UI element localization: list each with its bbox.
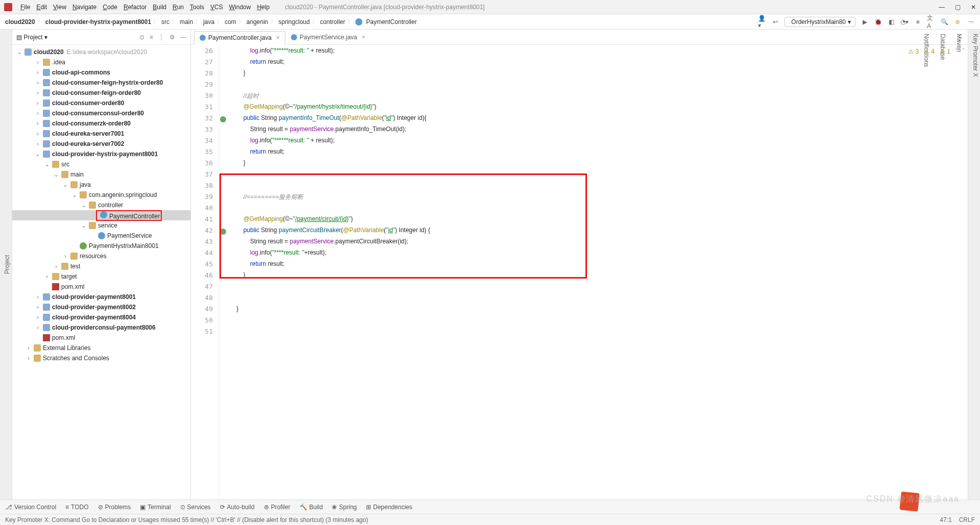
menu-build[interactable]: Build: [150, 3, 169, 12]
menu-edit[interactable]: Edit: [33, 3, 50, 12]
tree-node[interactable]: ›cloud-consumerzk-order80: [12, 118, 190, 129]
project-panel-header: ▤ Project ▾ ⊙ ≡ ⋮ ⚙ —: [12, 30, 190, 45]
tool-todo[interactable]: ≡ TODO: [65, 504, 88, 511]
crumb-1[interactable]: cloud-provider-hystrix-payment8001: [45, 18, 151, 26]
key-promoter-tool-button[interactable]: Key Promoter X: [972, 34, 979, 495]
crumb-9[interactable]: PaymentController: [366, 18, 416, 26]
tree-node[interactable]: ›.idea: [12, 57, 190, 67]
tree-node[interactable]: ›cloud-provider-payment8004: [12, 312, 190, 322]
tree-node[interactable]: ›cloud-eureka-server7002: [12, 139, 190, 149]
menu-tools[interactable]: Tools: [187, 3, 207, 12]
close-button[interactable]: ✕: [971, 4, 976, 11]
tool-problems[interactable]: ⊘ Problems: [98, 504, 131, 511]
project-tree[interactable]: ⌄cloud2020E:\idea-workspace\cloud2020›.i…: [12, 45, 190, 499]
coverage-button[interactable]: ◧: [887, 18, 895, 26]
tool-version-control[interactable]: ⎇ Version Control: [5, 504, 56, 511]
crumb-5[interactable]: com: [225, 18, 236, 26]
maximize-button[interactable]: ▢: [955, 4, 961, 11]
tree-node[interactable]: ⌄src: [12, 159, 190, 169]
tool-auto-build[interactable]: ⟳ Auto-build: [220, 504, 255, 511]
menu-code[interactable]: Code: [100, 3, 120, 12]
run-config-dropdown[interactable]: OrderHystrixMain80 ▾: [785, 17, 855, 27]
project-panel: ▤ Project ▾ ⊙ ≡ ⋮ ⚙ — ⌄cloud2020E:\idea-…: [12, 30, 191, 499]
tool-profiler[interactable]: ⊚ Profiler: [264, 504, 290, 511]
project-view-dropdown[interactable]: ▤ Project ▾: [16, 34, 47, 41]
menu-vcs[interactable]: VCS: [207, 3, 226, 12]
menu-run[interactable]: Run: [169, 3, 187, 12]
tree-node[interactable]: ›cloud-consumer-order80: [12, 98, 190, 108]
tree-node[interactable]: ›cloud-providerconsul-payment8006: [12, 322, 190, 333]
tree-node[interactable]: ⌄java: [12, 180, 190, 190]
inspection-status[interactable]: ⚠ 3 ⚠ 4 ⚠ 1 ˆˇ: [908, 48, 965, 55]
tree-node[interactable]: ›cloud-api-commons: [12, 67, 190, 78]
tree-node[interactable]: ›target: [12, 271, 190, 282]
menu-help[interactable]: Help: [254, 3, 273, 12]
expand-all-icon[interactable]: ≡: [150, 34, 153, 41]
app-logo-icon: [4, 3, 12, 11]
crumb-8[interactable]: controller: [320, 18, 345, 26]
select-opened-icon[interactable]: ⊙: [139, 34, 144, 41]
tree-node[interactable]: ›cloud-consumer-feign-order80: [12, 88, 190, 98]
tree-node[interactable]: pom.xml: [12, 282, 190, 292]
tree-node[interactable]: ›cloud-consumerconsul-order80: [12, 108, 190, 118]
tool-dependencies[interactable]: ⊞ Dependencies: [366, 504, 412, 511]
tool-build[interactable]: 🔨 Build: [300, 504, 323, 511]
crumb-7[interactable]: springcloud: [279, 18, 310, 26]
add-icon[interactable]: ⊕: [953, 18, 962, 26]
hide-icon[interactable]: —: [180, 34, 186, 41]
tree-node[interactable]: PaymentHystrixMain8001: [12, 241, 190, 251]
tree-node[interactable]: ›cloud-provider-payment8001: [12, 292, 190, 302]
vcs-icon[interactable]: ⤳: [967, 18, 975, 26]
crumb-4[interactable]: java: [203, 18, 214, 26]
crumb-3[interactable]: main: [180, 18, 193, 26]
minimize-button[interactable]: —: [939, 4, 945, 11]
settings-icon[interactable]: ⚙: [169, 34, 175, 41]
project-tool-button[interactable]: Project: [4, 35, 11, 494]
code-editor[interactable]: ⚠ 3 ⚠ 4 ⚠ 1 ˆˇ log.info("******result: "…: [219, 45, 968, 499]
menu-file[interactable]: File: [17, 3, 33, 12]
tree-node[interactable]: ›cloud-provider-payment8002: [12, 302, 190, 312]
editor-tab[interactable]: PaymentController.java×: [194, 31, 285, 45]
back-icon[interactable]: ↩: [771, 18, 779, 26]
collapse-all-icon[interactable]: ⋮: [158, 34, 164, 41]
tool-services[interactable]: ⊙ Services: [180, 504, 211, 511]
tree-node[interactable]: ›resources: [12, 251, 190, 261]
tree-node[interactable]: PaymentController: [12, 210, 190, 220]
tool-terminal[interactable]: ▣ Terminal: [140, 504, 170, 511]
tree-node[interactable]: ⌄controller: [12, 200, 190, 210]
run-button[interactable]: ▶: [861, 18, 869, 26]
tree-node[interactable]: ›Scratches and Consoles: [12, 353, 190, 363]
chevron-down-icon: ▾: [848, 18, 851, 26]
tool-spring[interactable]: ❀ Spring: [332, 504, 357, 511]
line-ending[interactable]: CRLF: [959, 516, 975, 523]
tree-node[interactable]: PaymentService: [12, 231, 190, 241]
tree-node[interactable]: ›test: [12, 261, 190, 271]
close-tab-icon[interactable]: ×: [276, 34, 280, 41]
stop-button[interactable]: ■: [914, 18, 922, 26]
crumb-6[interactable]: angenin: [247, 18, 268, 26]
crumb-2[interactable]: src: [161, 18, 169, 26]
menu-view[interactable]: View: [50, 3, 69, 12]
menu-window[interactable]: Window: [226, 3, 254, 12]
profile-button[interactable]: ◔▾: [900, 18, 909, 26]
menu-refactor[interactable]: Refactor: [120, 3, 150, 12]
translate-icon[interactable]: 文A: [927, 18, 935, 26]
tree-node[interactable]: pom.xml: [12, 333, 190, 343]
debug-button[interactable]: 🐞: [874, 18, 882, 26]
tree-node[interactable]: ›External Libraries: [12, 343, 190, 353]
tree-node[interactable]: ⌄service: [12, 220, 190, 231]
tree-node[interactable]: ⌄com.angenin.springcloud: [12, 190, 190, 200]
search-icon[interactable]: 🔍: [940, 18, 948, 26]
tree-root[interactable]: ⌄cloud2020E:\idea-workspace\cloud2020: [12, 47, 190, 57]
tree-node[interactable]: ⌄cloud-provider-hystrix-payment8001: [12, 149, 190, 159]
editor-tab[interactable]: PaymentService.java×: [285, 31, 371, 44]
tree-node[interactable]: ›cloud-eureka-server7001: [12, 129, 190, 139]
close-tab-icon[interactable]: ×: [362, 34, 365, 41]
tree-node[interactable]: ›cloud-consumer-feign-hystrix-order80: [12, 78, 190, 88]
caret-position[interactable]: 47:1: [940, 516, 951, 523]
user-icon[interactable]: 👤▾: [758, 18, 766, 26]
navigation-bar: cloud2020〉cloud-provider-hystrix-payment…: [0, 14, 980, 30]
tree-node[interactable]: ⌄main: [12, 169, 190, 180]
crumb-0[interactable]: cloud2020: [5, 18, 35, 26]
menu-navigate[interactable]: Navigate: [69, 3, 100, 12]
